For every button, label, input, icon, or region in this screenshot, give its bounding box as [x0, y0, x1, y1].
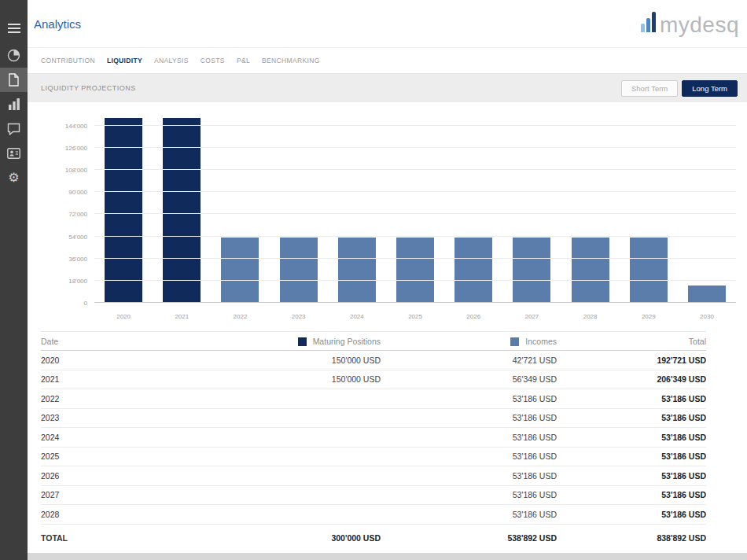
maturing-cell: 150'000 USD [175, 374, 381, 384]
topbar: Analytics mydesq [28, 0, 747, 47]
y-tick-label: 144'000 [65, 122, 87, 129]
x-tick-label: 2030 [678, 313, 736, 320]
incomes-cell: 53'186 USD [381, 451, 557, 461]
total-row-label: TOTAL [41, 533, 175, 543]
y-tick-label: 126'000 [65, 144, 87, 151]
total-maturing-cell: 300'000 USD [175, 533, 381, 543]
total-cell: 53'186 USD [557, 394, 706, 403]
gridline [94, 191, 736, 192]
table-row-2020: 2020150'000 USD42'721 USD192'721 USD [41, 351, 706, 370]
short-term-button[interactable]: Short Term [621, 80, 678, 97]
bar-slot [94, 113, 153, 303]
x-tick-label: 2023 [270, 313, 328, 320]
y-tick-label: 0 [84, 300, 87, 307]
bar-2026 [454, 238, 492, 303]
total-total-cell: 838'892 USD [557, 533, 706, 543]
bar-2027 [513, 238, 550, 303]
sidebar: ⚙ [0, 0, 28, 560]
x-tick-label: 2029 [620, 313, 678, 320]
total-cell: 53'186 USD [557, 451, 706, 461]
table-row-2025: 202553'186 USD53'186 USD [41, 448, 706, 467]
date-cell: 2021 [41, 374, 175, 384]
bar-slot [270, 113, 328, 303]
bar-2030 [688, 286, 726, 303]
chat-icon[interactable] [0, 116, 28, 141]
gridline [94, 147, 736, 148]
x-tick-label: 2022 [211, 313, 269, 320]
total-cell: 53'186 USD [557, 413, 706, 422]
bar-slot [153, 113, 211, 303]
bar-slot [444, 113, 502, 303]
y-tick-label: 108'000 [65, 167, 87, 174]
documents-icon[interactable] [0, 68, 28, 92]
tab-liquidity[interactable]: LIQUIDITY [107, 57, 142, 64]
date-cell: 2026 [41, 471, 175, 481]
x-tick-label: 2020 [94, 313, 153, 320]
x-tick-label: 2027 [502, 313, 561, 320]
term-toggle-group: Short Term Long Term [621, 80, 738, 97]
tab-p-l[interactable]: P&L [237, 57, 250, 64]
page-bottom-strip [28, 553, 747, 560]
tab-benchmarking[interactable]: BENCHMARKING [262, 57, 320, 64]
column-header-date: Date [41, 337, 175, 346]
x-tick-label: 2025 [386, 313, 444, 320]
tab-bar: CONTRIBUTIONLIQUIDITYANALYSISCOSTSP&LBEN… [28, 47, 747, 74]
y-tick-label: 72'000 [68, 211, 87, 218]
long-term-button[interactable]: Long Term [682, 80, 738, 97]
pie-chart-icon[interactable] [0, 43, 28, 68]
gridline [94, 169, 736, 170]
bar-slot [620, 113, 678, 303]
incomes-cell: 53'186 USD [381, 510, 557, 519]
maturing-positions-legend-swatch [298, 337, 307, 346]
incomes-cell: 56'349 USD [381, 374, 557, 384]
maturing-cell: 150'000 USD [175, 356, 381, 365]
table-body: 2020150'000 USD42'721 USD192'721 USD2021… [41, 351, 706, 525]
y-tick-label: 18'000 [68, 277, 87, 284]
tab-contribution[interactable]: CONTRIBUTION [41, 57, 95, 64]
brand-logo-icon [641, 12, 656, 36]
incomes-cell: 53'186 USD [381, 413, 557, 422]
menu-icon[interactable] [0, 16, 28, 40]
bar-slot [211, 113, 269, 303]
incomes-cell: 42'721 USD [381, 356, 557, 365]
y-tick-label: 90'000 [68, 189, 87, 196]
x-tick-label: 2028 [561, 313, 620, 320]
bar-chart-icon[interactable] [0, 92, 28, 116]
bar-slot [386, 113, 444, 303]
bar-2025 [396, 238, 434, 303]
y-tick-label: 36'000 [68, 255, 87, 262]
table-header: Date Maturing Positions Incomes Total [41, 331, 706, 351]
bar-2020 [105, 118, 142, 303]
main-content: Analytics mydesq CONTRIBUTIONLIQUIDITYAN… [28, 0, 747, 560]
incomes-cell: 53'186 USD [381, 433, 557, 442]
maturing-positions-legend-label: Maturing Positions [313, 337, 381, 346]
x-axis-labels: 2020202120222023202420252026202720282029… [94, 313, 736, 320]
app-window: ⚙ Analytics mydesq CONTRIBUTIONLIQUIDITY… [0, 0, 747, 560]
table-row-2027: 202753'186 USD53'186 USD [41, 486, 706, 506]
x-tick-label: 2021 [153, 313, 211, 320]
total-cell: 206'349 USD [557, 374, 706, 384]
table-row-2023: 202353'186 USD53'186 USD [41, 409, 706, 429]
section-title: LIQUIDITY PROJECTIONS [41, 84, 136, 92]
incomes-legend-swatch [510, 337, 519, 346]
brand-logo: mydesq [641, 12, 739, 36]
total-incomes-cell: 538'892 USD [381, 533, 557, 543]
total-cell: 192'721 USD [557, 356, 706, 365]
tab-analysis[interactable]: ANALYSIS [154, 57, 189, 64]
date-cell: 2020 [41, 356, 175, 365]
gridline [94, 236, 736, 237]
bar-2024 [338, 238, 376, 303]
date-cell: 2024 [41, 433, 175, 442]
date-cell: 2023 [41, 413, 175, 422]
settings-icon[interactable]: ⚙ [0, 165, 28, 190]
total-cell: 53'186 USD [557, 433, 706, 442]
contacts-icon[interactable] [0, 141, 28, 165]
tab-costs[interactable]: COSTS [201, 57, 225, 64]
liquidity-projections-chart: 018'00036'00054'00072'00090'000108'00012… [28, 102, 747, 328]
bar-2023 [280, 238, 318, 303]
table-row-2022: 202253'186 USD53'186 USD [41, 389, 706, 409]
x-axis-line [94, 302, 736, 303]
table-row-2021: 2021150'000 USD56'349 USD206'349 USD [41, 370, 706, 390]
column-header-maturing-positions: Maturing Positions [175, 337, 381, 346]
date-cell: 2025 [41, 451, 175, 461]
